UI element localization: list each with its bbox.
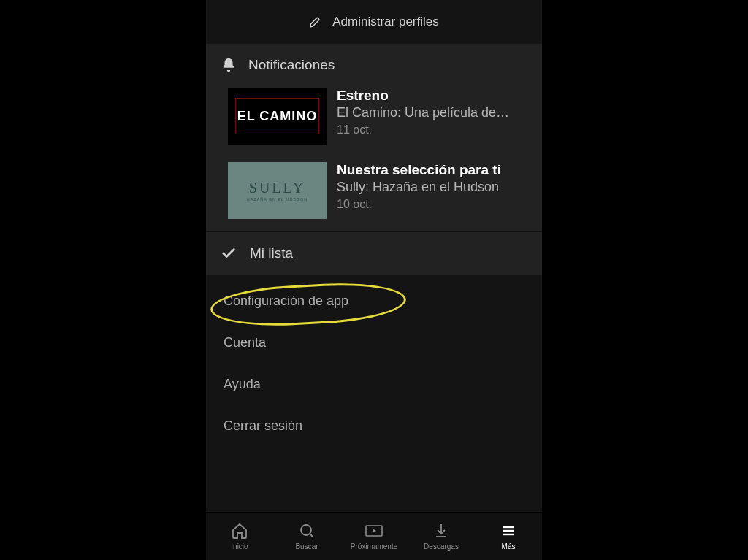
my-list-row[interactable]: Mi lista	[206, 232, 542, 275]
manage-profiles-row[interactable]: Administrar perfiles	[206, 0, 542, 44]
thumbnail-text: SULLY	[249, 180, 305, 196]
link-label: Cerrar sesión	[224, 418, 302, 433]
link-app-settings[interactable]: Configuración de app	[206, 280, 542, 322]
notification-item[interactable]: SULLY HAZAÑA EN EL HUDSON Nuestra selecc…	[206, 155, 542, 229]
notifications-header-label: Notificaciones	[248, 57, 335, 73]
check-icon	[221, 245, 237, 261]
app-screen: Administrar perfiles Notificaciones EL C…	[206, 0, 542, 560]
download-icon	[432, 522, 450, 540]
thumbnail-subtext: HAZAÑA EN EL HUDSON	[247, 197, 308, 202]
notification-thumbnail: EL CAMINO	[228, 88, 327, 145]
notification-title: Estreno	[337, 88, 527, 104]
nav-more[interactable]: Más	[475, 513, 542, 560]
hamburger-icon	[500, 522, 517, 540]
notification-thumbnail: SULLY HAZAÑA EN EL HUDSON	[228, 162, 327, 219]
link-help[interactable]: Ayuda	[206, 364, 542, 405]
nav-label: Próximamente	[351, 542, 397, 551]
notification-date: 11 oct.	[337, 123, 527, 137]
svg-line-1	[310, 534, 314, 538]
thumbnail-text: EL CAMINO	[237, 109, 318, 124]
notification-subtitle: Sully: Hazaña en el Hudson	[337, 180, 527, 195]
bell-icon	[221, 57, 237, 73]
manage-profiles-label: Administrar perfiles	[332, 15, 439, 29]
svg-marker-3	[373, 529, 376, 533]
notification-title: Nuestra selección para ti	[337, 162, 527, 178]
link-sign-out[interactable]: Cerrar sesión	[206, 405, 542, 447]
notification-date: 10 oct.	[337, 198, 527, 211]
nav-search[interactable]: Buscar	[273, 513, 340, 560]
nav-coming-soon[interactable]: Próximamente	[340, 513, 408, 560]
search-icon	[298, 522, 316, 540]
notification-item[interactable]: EL CAMINO Estreno El Camino: Una películ…	[206, 80, 542, 155]
link-label: Cuenta	[224, 335, 266, 350]
my-list-label: Mi lista	[250, 245, 293, 261]
link-label: Ayuda	[224, 377, 261, 391]
svg-point-0	[301, 525, 311, 535]
notification-subtitle: El Camino: Una película de…	[337, 105, 527, 120]
home-icon	[231, 522, 248, 540]
pencil-icon	[309, 15, 322, 28]
notifications-section: Notificaciones EL CAMINO Estreno El Cami…	[206, 44, 542, 231]
link-account[interactable]: Cuenta	[206, 322, 542, 364]
coming-soon-icon	[364, 522, 384, 540]
notification-text-block: Nuestra selección para ti Sully: Hazaña …	[337, 162, 527, 219]
link-label: Configuración de app	[224, 294, 348, 308]
settings-links: Configuración de app Cuenta Ayuda Cerrar…	[206, 275, 542, 454]
nav-downloads[interactable]: Descargas	[408, 513, 475, 560]
bottom-nav: Inicio Buscar Próximamente	[206, 512, 542, 560]
nav-label: Más	[502, 542, 516, 551]
nav-label: Buscar	[295, 542, 318, 551]
nav-home[interactable]: Inicio	[206, 513, 273, 560]
notifications-header[interactable]: Notificaciones	[206, 47, 542, 80]
nav-label: Inicio	[231, 542, 248, 551]
notification-text-block: Estreno El Camino: Una película de… 11 o…	[337, 88, 527, 145]
nav-label: Descargas	[424, 542, 459, 551]
